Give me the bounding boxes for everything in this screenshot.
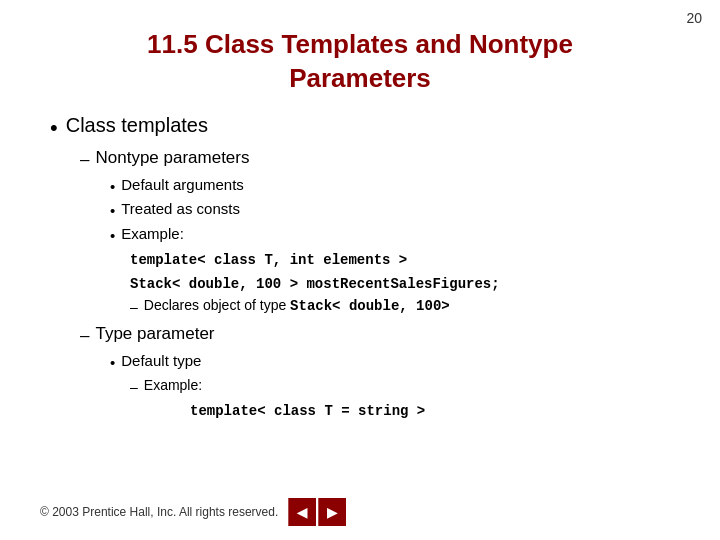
bullet-example: • Example:: [110, 225, 680, 248]
nav-next-button[interactable]: ▶: [318, 498, 346, 526]
dash-marker-2: –: [130, 297, 138, 318]
bullet-treated-consts-text: Treated as consts: [121, 200, 240, 217]
bullet-marker-3: •: [110, 200, 115, 223]
dash-type-param-text: Type parameter: [95, 324, 214, 344]
nav-prev-icon: ◀: [297, 505, 307, 520]
code-template2: template< class T = string >: [190, 401, 680, 422]
code-line1: template< class T, int elements >: [130, 252, 407, 268]
dash-nontype-text: Nontype parameters: [95, 148, 249, 168]
bullet-marker-2: •: [110, 176, 115, 199]
dash-marker-3: –: [80, 324, 89, 348]
slide-title: 11.5 Class Templates and Nontype Paramet…: [40, 28, 680, 96]
bullet-class-templates: • Class templates: [50, 114, 680, 143]
declares-code: Stack< double, 100>: [290, 298, 450, 314]
dash-nontype: – Nontype parameters: [80, 148, 680, 172]
bullet-treated-consts: • Treated as consts: [110, 200, 680, 223]
nav-prev-button[interactable]: ◀: [288, 498, 316, 526]
dash-declares: – Declares object of type Stack< double,…: [130, 297, 680, 318]
slide-content: • Class templates – Nontype parameters •…: [40, 114, 680, 422]
bullet-marker-5: •: [110, 352, 115, 375]
footer: © 2003 Prentice Hall, Inc. All rights re…: [40, 498, 346, 526]
bullet-default-type: • Default type: [110, 352, 680, 375]
bullet-default-type-text: Default type: [121, 352, 201, 369]
dash-type-param: – Type parameter: [80, 324, 680, 348]
title-line2: Parameters: [289, 63, 431, 93]
bullet-default-args-text: Default arguments: [121, 176, 244, 193]
code-stack: Stack< double, 100 > mostRecentSalesFigu…: [130, 274, 680, 295]
dash-example2: – Example:: [130, 377, 680, 398]
footer-text: © 2003 Prentice Hall, Inc. All rights re…: [40, 505, 278, 519]
page-number: 20: [686, 10, 702, 26]
slide: 20 11.5 Class Templates and Nontype Para…: [0, 0, 720, 540]
dash-example2-text: Example:: [144, 377, 202, 393]
title-line1: 11.5 Class Templates and Nontype: [147, 29, 573, 59]
code-template: template< class T, int elements >: [130, 250, 680, 271]
nav-group: ◀ ▶: [288, 498, 346, 526]
bullet-class-templates-text: Class templates: [66, 114, 208, 137]
bullet-default-args: • Default arguments: [110, 176, 680, 199]
dash-declares-text: Declares object of type Stack< double, 1…: [144, 297, 450, 314]
bullet-marker-4: •: [110, 225, 115, 248]
bullet-example-text: Example:: [121, 225, 184, 242]
dash-marker-4: –: [130, 377, 138, 398]
dash-marker-1: –: [80, 148, 89, 172]
code-line2: Stack< double, 100 > mostRecentSalesFigu…: [130, 276, 500, 292]
bullet-marker-1: •: [50, 114, 58, 143]
nav-next-icon: ▶: [327, 505, 337, 520]
code-line3: template< class T = string >: [190, 403, 425, 419]
